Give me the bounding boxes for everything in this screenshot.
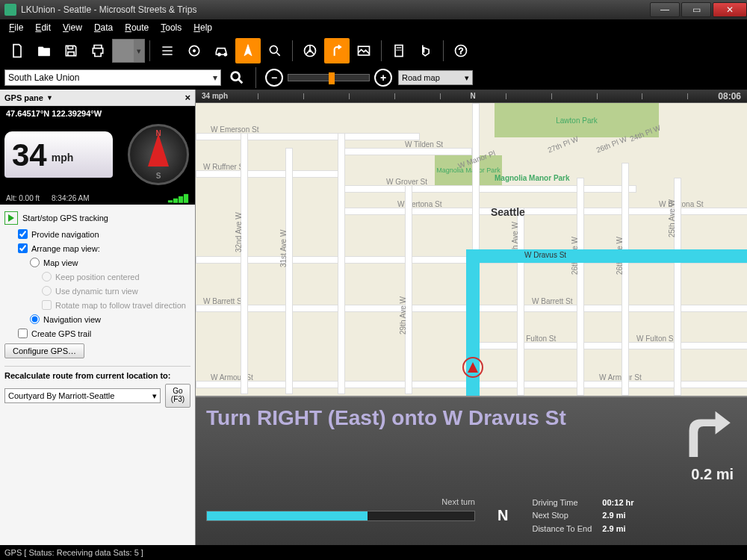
arrange-map-checkbox[interactable] <box>18 243 28 253</box>
play-icon <box>4 211 18 225</box>
map-canvas[interactable]: Lawton Park Magnolia Manor Park Magnolia… <box>196 103 747 396</box>
title-bar: LKUnion - Seattle - Microsoft Streets & … <box>0 0 747 19</box>
app-icon <box>4 4 16 16</box>
nav-instruction: Turn RIGHT (East) onto W Dravus St <box>206 406 654 430</box>
gps-pane: GPS pane▼ × 47.64517°N 122.39294°W 34 mp… <box>0 90 196 545</box>
svg-point-9 <box>232 72 240 81</box>
svg-point-2 <box>270 46 277 53</box>
menu-file[interactable]: File <box>3 22 29 33</box>
route-segment <box>466 249 747 263</box>
svg-point-4 <box>309 49 311 52</box>
turn-right-icon <box>674 408 734 460</box>
toolbar: ▾ ? <box>0 36 747 66</box>
rotate-map-checkbox <box>42 300 52 310</box>
svg-text:?: ? <box>459 46 464 55</box>
map-type-dropdown[interactable]: Road map▾ <box>398 70 473 85</box>
menu-data[interactable]: Data <box>88 22 119 33</box>
speed-display: 34 mph <box>4 131 113 178</box>
park-lawton: Lawton Park <box>495 103 659 137</box>
menu-bar: File Edit View Data Route Tools Help <box>0 19 747 36</box>
menu-help[interactable]: Help <box>187 22 218 33</box>
gps-pane-header: GPS pane▼ × <box>0 90 195 106</box>
navigation-view-radio[interactable] <box>30 314 40 324</box>
speed-panel: 34 mph NS <box>0 121 195 192</box>
menu-route[interactable]: Route <box>119 22 155 33</box>
nav-stats: Driving Time00:12 hr Next Stop2.9 mi Dis… <box>530 496 635 536</box>
zoom-slider[interactable] <box>288 74 370 81</box>
search-icon[interactable] <box>227 68 247 87</box>
calculator-button[interactable] <box>386 38 412 63</box>
window-title: LKUnion - Seattle - Microsoft Streets & … <box>21 4 648 15</box>
progress-bar <box>206 511 475 521</box>
svg-point-1 <box>193 49 195 52</box>
gps-coordinates: 47.64517°N 122.39294°W <box>0 106 195 121</box>
turn-button[interactable] <box>324 38 350 63</box>
map-ruler: 34 mph N 08:06 <box>196 90 747 103</box>
menu-edit[interactable]: Edit <box>29 22 57 33</box>
style-dropdown[interactable]: ▾ <box>112 39 145 63</box>
steering-button[interactable] <box>297 38 323 63</box>
svg-rect-6 <box>395 46 403 57</box>
go-button[interactable]: Go(F3) <box>165 384 190 408</box>
recalc-label: Recalculate route from current location … <box>4 371 190 381</box>
menu-tools[interactable]: Tools <box>155 22 187 33</box>
close-pane-button[interactable]: × <box>185 92 190 103</box>
list-button[interactable] <box>155 38 180 63</box>
status-bar: GPS [ Status: Receiving data Sats: 5 ] <box>0 545 747 560</box>
start-stop-tracking[interactable]: Start/stop GPS tracking <box>4 209 190 227</box>
vehicle-marker <box>462 357 483 378</box>
target-button[interactable] <box>182 38 207 63</box>
provide-navigation-checkbox[interactable] <box>18 229 28 239</box>
keep-centered-radio <box>42 272 52 281</box>
city-label: Seattle <box>491 206 525 218</box>
zoom-in-button[interactable]: + <box>374 69 392 87</box>
next-turn-label: Next turn <box>441 497 475 506</box>
car-button[interactable] <box>208 38 234 63</box>
bing-button[interactable] <box>413 38 438 63</box>
image-button[interactable] <box>351 38 376 63</box>
search-row: South Lake Union▾ − + Road map▾ <box>0 66 747 90</box>
search-map-button[interactable] <box>262 38 288 63</box>
altitude-row: Alt: 0.00 ft8:34:26 AM▂▄▆█ <box>0 192 195 205</box>
compass-icon: NS <box>128 124 189 185</box>
print-button[interactable] <box>85 38 111 63</box>
dynamic-turn-radio <box>42 286 52 296</box>
close-button[interactable]: ✕ <box>713 2 747 17</box>
minimize-button[interactable]: — <box>650 2 680 17</box>
nav-distance: 0.2 mi <box>691 466 734 483</box>
navigation-panel: Turn RIGHT (East) onto W Dravus St 0.2 m… <box>196 396 747 545</box>
zoom-controls: − + <box>265 69 392 87</box>
search-input[interactable]: South Lake Union▾ <box>4 69 221 86</box>
recalc-destination-dropdown[interactable]: Courtyard By Marriott-Seattle▾ <box>4 388 161 403</box>
map-view-radio[interactable] <box>30 258 40 267</box>
configure-gps-button[interactable]: Configure GPS… <box>4 343 84 358</box>
new-button[interactable] <box>4 38 30 63</box>
gps-trail-checkbox[interactable] <box>18 329 28 338</box>
help-button[interactable]: ? <box>448 38 474 63</box>
maximize-button[interactable]: ▭ <box>681 2 711 17</box>
map-area: 34 mph N 08:06 Lawton Park Magnolia Mano… <box>196 90 747 545</box>
navigation-button[interactable] <box>235 38 261 63</box>
menu-view[interactable]: View <box>57 22 88 33</box>
save-button[interactable] <box>58 38 84 63</box>
zoom-out-button[interactable]: − <box>265 69 283 87</box>
open-button[interactable] <box>31 38 57 63</box>
heading-indicator: N <box>498 507 508 524</box>
